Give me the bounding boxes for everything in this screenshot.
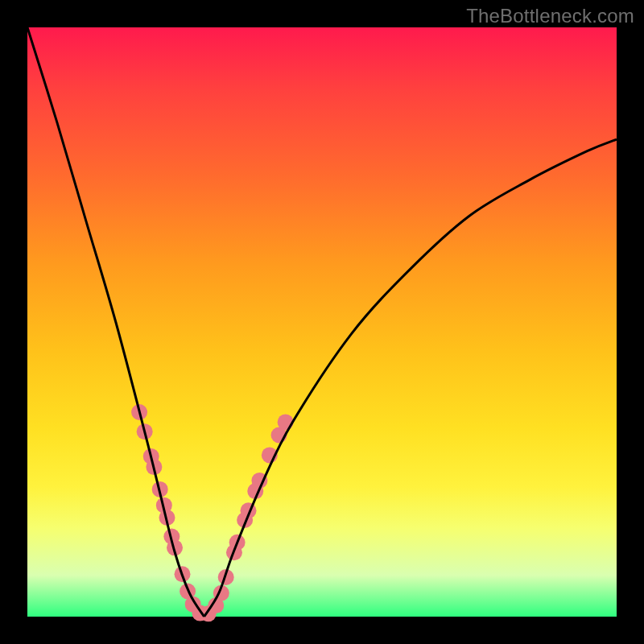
curve-right-path [204,139,617,617]
plot-area [27,27,617,617]
watermark-text: TheBottleneck.com [466,5,634,27]
marker-dot [278,414,294,430]
chart-svg [27,27,617,617]
chart-frame: TheBottleneck.com [0,0,644,644]
curve-left-path [27,27,204,617]
marker-layer [131,404,294,621]
